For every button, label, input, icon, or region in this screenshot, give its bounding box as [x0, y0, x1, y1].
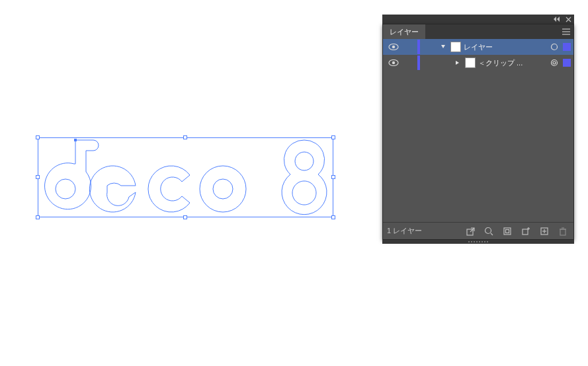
layer-row[interactable]: レイヤー [383, 39, 573, 55]
visibility-toggle[interactable] [384, 44, 403, 50]
layer-color-chip [417, 40, 420, 54]
layer-row[interactable]: ＜クリップ ... [383, 55, 573, 71]
collapse-panel-icon[interactable] [554, 17, 562, 22]
bbox-handle[interactable] [36, 135, 40, 139]
footer-label: 1 レイヤー [387, 226, 422, 236]
artwork-outline [38, 137, 333, 217]
layer-thumbnail[interactable] [465, 57, 476, 68]
locate-object-icon[interactable] [482, 227, 495, 236]
target-icon[interactable] [550, 43, 559, 51]
svg-rect-14 [504, 228, 511, 235]
disclosure-toggle[interactable] [453, 60, 462, 65]
layer-name[interactable]: レイヤー [464, 42, 547, 52]
bbox-handle[interactable] [331, 175, 335, 179]
canvas-selection[interactable] [38, 137, 333, 219]
layers-panel-window: レイヤー レイヤー [382, 15, 574, 244]
new-sublayer-icon[interactable] [519, 227, 532, 236]
svg-point-6 [552, 44, 558, 50]
panel-topbar [382, 15, 574, 24]
layer-name[interactable]: ＜クリップ ... [478, 58, 547, 68]
bbox-handle[interactable] [331, 135, 335, 139]
svg-rect-0 [74, 139, 77, 141]
layer-thumbnail[interactable] [450, 42, 461, 52]
tab-layers[interactable]: レイヤー [383, 24, 425, 39]
visibility-toggle[interactable] [384, 59, 403, 66]
svg-point-12 [485, 227, 491, 233]
panel-menu-button[interactable] [559, 24, 573, 39]
selection-indicator[interactable] [563, 59, 571, 67]
svg-point-8 [392, 61, 395, 64]
svg-rect-22 [560, 229, 566, 235]
bbox-handle[interactable] [183, 135, 187, 139]
panel-tabbar: レイヤー [383, 24, 573, 39]
target-icon[interactable] [550, 59, 559, 67]
clipping-mask-icon[interactable] [501, 227, 514, 236]
selection-indicator[interactable] [563, 43, 571, 51]
svg-rect-16 [523, 229, 528, 235]
bbox-handle[interactable] [36, 215, 40, 219]
layer-list[interactable]: レイヤー ＜クリップ ... [383, 39, 573, 222]
bbox-handle[interactable] [183, 215, 187, 219]
panel-resize-grip[interactable] [382, 240, 574, 244]
layer-color-chip [417, 55, 420, 70]
svg-point-10 [553, 61, 556, 64]
tab-label: レイヤー [390, 27, 419, 37]
panel-footer: 1 レイヤー [383, 222, 573, 239]
close-panel-icon[interactable] [566, 17, 571, 22]
svg-point-9 [552, 60, 558, 66]
delete-layer-icon[interactable] [556, 227, 569, 236]
svg-rect-15 [506, 229, 509, 233]
svg-point-5 [392, 46, 395, 48]
layers-panel: レイヤー レイヤー [382, 24, 574, 240]
bbox-handle[interactable] [36, 175, 40, 179]
bbox-handle[interactable] [331, 215, 335, 219]
disclosure-toggle[interactable] [439, 44, 448, 50]
export-icon[interactable] [464, 227, 477, 236]
svg-line-13 [491, 233, 493, 235]
new-layer-icon[interactable] [538, 227, 551, 236]
